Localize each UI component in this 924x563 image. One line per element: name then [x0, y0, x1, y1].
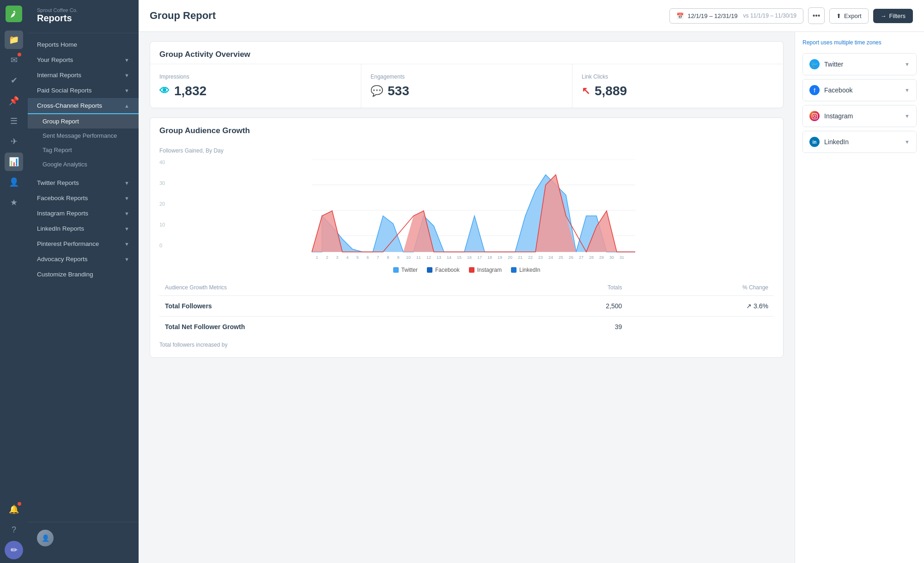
- more-options-button[interactable]: •••: [808, 7, 825, 24]
- legend-dot-instagram: [469, 267, 474, 273]
- nav-linkedin-reports[interactable]: LinkedIn Reports ▼: [28, 221, 139, 236]
- timezone-link[interactable]: multiple: [834, 39, 853, 46]
- link-clicks-icon: ↖: [582, 85, 590, 97]
- svg-text:13: 13: [437, 255, 441, 260]
- platform-instagram: Instagram ▼: [802, 105, 917, 127]
- list-nav-icon[interactable]: ☰: [5, 112, 23, 130]
- header-actions: 📅 12/1/19 – 12/31/19 vs 11/1/19 – 11/30/…: [669, 7, 913, 24]
- impressions-value: 👁 1,832: [159, 84, 352, 98]
- sidebar-item-google-analytics[interactable]: Google Analytics: [28, 157, 139, 171]
- platform-linkedin-left: in LinkedIn: [809, 137, 849, 147]
- date-range-button[interactable]: 📅 12/1/19 – 12/31/19 vs 11/1/19 – 11/30/…: [669, 8, 803, 24]
- sidebar-item-tag-report[interactable]: Tag Report: [28, 143, 139, 157]
- user-avatar[interactable]: 👤: [37, 530, 54, 546]
- legend-instagram: Instagram: [469, 267, 502, 273]
- impressions-label: Impressions: [159, 73, 352, 80]
- platform-twitter-header[interactable]: 🐦 Twitter ▼: [803, 54, 916, 75]
- audience-growth-card: Group Audience Growth Followers Gained, …: [150, 117, 784, 358]
- legend-dot-facebook: [427, 267, 432, 273]
- svg-text:14: 14: [447, 255, 451, 260]
- group-activity-card: Group Activity Overview Impressions 👁 1,…: [150, 41, 784, 108]
- notification-icon[interactable]: 🔔: [5, 500, 23, 519]
- inbox-badge: [18, 53, 21, 56]
- sidebar-item-group-report[interactable]: Group Report: [28, 114, 139, 129]
- platform-instagram-left: Instagram: [809, 111, 853, 121]
- nav-pinterest[interactable]: Pinterest Performance ▼: [28, 236, 139, 251]
- app-logo[interactable]: [6, 6, 22, 22]
- nav-instagram-reports[interactable]: Instagram Reports ▼: [28, 206, 139, 221]
- folder-nav-icon[interactable]: 📁: [5, 31, 23, 49]
- sidebar-header: Sprout Coffee Co. Reports: [28, 0, 139, 33]
- col-totals-header: Totals: [520, 280, 628, 296]
- nav-your-reports[interactable]: Your Reports ▼: [28, 52, 139, 67]
- inbox-nav-icon[interactable]: ✉: [5, 51, 23, 69]
- sidebar-nav: Reports Home Your Reports ▼ Internal Rep…: [28, 33, 139, 522]
- tasks-nav-icon[interactable]: ✔: [5, 71, 23, 90]
- legend-dot-twitter: [393, 267, 399, 273]
- net-follower-total: 39: [520, 317, 628, 337]
- notification-badge: [18, 502, 21, 506]
- help-icon[interactable]: ?: [5, 520, 23, 539]
- platform-instagram-name: Instagram: [824, 112, 853, 120]
- legend-linkedin: LinkedIn: [511, 267, 540, 273]
- nav-facebook-reports[interactable]: Facebook Reports ▼: [28, 190, 139, 206]
- platform-twitter-name: Twitter: [824, 61, 843, 68]
- platform-facebook-header[interactable]: f Facebook ▼: [803, 80, 916, 101]
- people-nav-icon[interactable]: 👤: [5, 173, 23, 191]
- calendar-icon: 📅: [676, 12, 684, 19]
- engagements-icon: 💬: [371, 85, 383, 97]
- export-button[interactable]: ⬆ Export: [829, 8, 869, 24]
- nav-twitter-reports[interactable]: Twitter Reports ▼: [28, 175, 139, 190]
- engagements-value: 💬 533: [371, 84, 563, 98]
- platform-instagram-header[interactable]: Instagram ▼: [803, 105, 916, 127]
- chevron-down-icon: ▼: [124, 57, 129, 63]
- svg-text:12: 12: [426, 255, 431, 260]
- chart-area: Followers Gained, By Day 40 30 20 10 0: [150, 140, 783, 280]
- chart-subtitle: Followers Gained, By Day: [159, 147, 774, 154]
- svg-text:31: 31: [620, 255, 624, 260]
- engagements-metric: Engagements 💬 533: [361, 64, 572, 108]
- right-panel: Report uses multiple time zones 🐦 Twitte…: [795, 32, 924, 563]
- svg-text:23: 23: [538, 255, 543, 260]
- pin-nav-icon[interactable]: 📌: [5, 92, 23, 110]
- col-metric-header: Audience Growth Metrics: [159, 280, 520, 296]
- twitter-platform-icon: 🐦: [809, 59, 820, 69]
- platform-twitter: 🐦 Twitter ▼: [802, 53, 917, 75]
- legend-dot-linkedin: [511, 267, 517, 273]
- compose-icon[interactable]: ✏: [5, 541, 23, 559]
- nav-customize-branding[interactable]: Customize Branding: [28, 267, 139, 282]
- platform-facebook: f Facebook ▼: [802, 79, 917, 101]
- chevron-down-icon: ▼: [124, 196, 129, 201]
- filters-icon: →: [881, 12, 887, 19]
- chevron-down-icon: ▼: [905, 87, 910, 93]
- linkedin-platform-icon: in: [809, 137, 820, 147]
- chevron-down-icon: ▼: [905, 139, 910, 145]
- y-label-20: 20: [159, 201, 172, 207]
- nav-cross-channel[interactable]: Cross-Channel Reports ▲: [28, 98, 139, 114]
- filters-button[interactable]: → Filters: [873, 9, 913, 23]
- legend-label-facebook: Facebook: [435, 267, 460, 273]
- star-nav-icon[interactable]: ★: [5, 193, 23, 212]
- main-header: Group Report 📅 12/1/19 – 12/31/19 vs 11/…: [139, 0, 924, 32]
- legend-facebook: Facebook: [427, 267, 460, 273]
- nav-advocacy[interactable]: Advocacy Reports ▼: [28, 251, 139, 267]
- platform-linkedin-header[interactable]: in LinkedIn ▼: [803, 131, 916, 153]
- link-clicks-label: Link Clicks: [582, 73, 774, 80]
- sidebar-item-sent-message[interactable]: Sent Message Performance: [28, 129, 139, 143]
- send-nav-icon[interactable]: ✈: [5, 132, 23, 151]
- nav-paid-social[interactable]: Paid Social Reports ▼: [28, 83, 139, 98]
- total-followers-change: ↗ 3.6%: [627, 296, 774, 317]
- svg-text:11: 11: [416, 255, 421, 260]
- svg-text:4: 4: [346, 255, 348, 260]
- sidebar: Sprout Coffee Co. Reports Reports Home Y…: [28, 0, 139, 563]
- platform-facebook-name: Facebook: [824, 86, 852, 94]
- chart-nav-icon[interactable]: 📊: [5, 153, 23, 171]
- audience-growth-header: Group Audience Growth: [150, 118, 783, 140]
- platform-twitter-left: 🐦 Twitter: [809, 59, 843, 69]
- group-activity-title: Group Activity Overview: [159, 50, 774, 59]
- svg-text:17: 17: [477, 255, 482, 260]
- svg-text:9: 9: [397, 255, 399, 260]
- nav-internal-reports[interactable]: Internal Reports ▼: [28, 67, 139, 83]
- svg-text:1: 1: [316, 255, 318, 260]
- nav-reports-home[interactable]: Reports Home: [28, 37, 139, 52]
